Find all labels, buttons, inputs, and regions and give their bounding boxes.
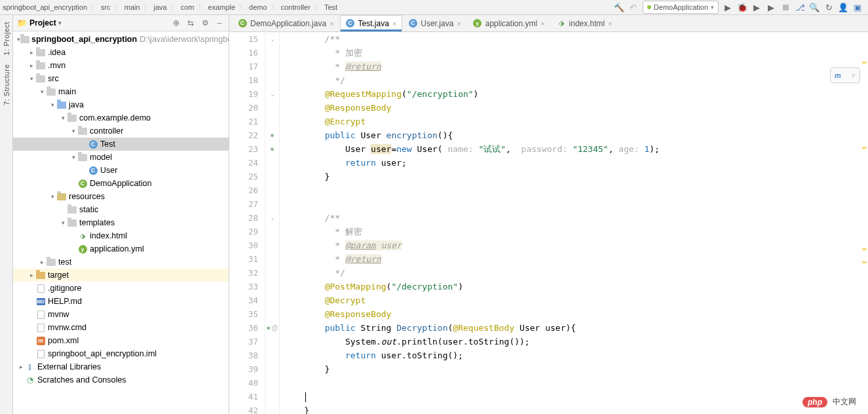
tree-node-templates[interactable]: ▾templates [13, 216, 229, 229]
sync-icon[interactable]: ↻ [823, 2, 834, 12]
tab-test[interactable]: C Test.java × [340, 15, 403, 31]
tree-node-mvnw[interactable]: mvnw [13, 308, 229, 321]
editor-body[interactable]: 1516171819202122232425262728293031323334… [229, 32, 868, 414]
close-icon[interactable]: × [540, 20, 544, 28]
tree-node-user-class[interactable]: CUser [13, 164, 229, 177]
class-icon: C [408, 19, 417, 28]
tree-node-external-libraries[interactable]: ▸⫿External Libraries [13, 360, 229, 373]
editor-tabs: C DemoApplication.java × C Test.java × C… [229, 15, 868, 32]
tree-node-java[interactable]: ▾java [13, 98, 229, 111]
tree-node-iml[interactable]: springboot_api_encryption.iml [13, 347, 229, 360]
project-sidebar-header: 📁 Project ▾ ⊕ ⇆ ⚙ – [13, 15, 229, 31]
tab-index-html[interactable]: ⬗ index.html × [551, 15, 618, 31]
search-icon[interactable]: 🔍 [809, 2, 820, 12]
tree-node-demoapp-class[interactable]: CDemoApplication [13, 177, 229, 190]
error-stripe[interactable] [861, 32, 868, 414]
build-icon[interactable]: 🔨 [614, 2, 624, 12]
inspection-chip[interactable]: m × [830, 67, 860, 83]
tree-node-index-html[interactable]: ⬗index.html [13, 229, 229, 242]
run-config-label: DemoApplication [654, 3, 708, 11]
tree-node-model[interactable]: ▾model [13, 151, 229, 164]
maven-icon: m [835, 71, 841, 79]
tree-node-scratches[interactable]: ◔Scratches and Consoles [13, 373, 229, 386]
profile-run-icon[interactable]: ▶ [766, 2, 776, 12]
tree-node-src[interactable]: ▾src [13, 72, 229, 85]
tree-node-application-yml[interactable]: yapplication.yml [13, 242, 229, 255]
navigation-bar: springboot_api_encryption〉 src〉 main〉 ja… [0, 0, 868, 15]
more-icon[interactable]: ▣ [852, 2, 863, 12]
tab-user[interactable]: C User.java × [402, 15, 466, 31]
run-icon[interactable]: ▶ [723, 2, 733, 12]
tree-node-controller[interactable]: ▾controller [13, 124, 229, 138]
tree-node-main[interactable]: ▾main [13, 85, 229, 98]
breadcrumb[interactable]: springboot_api_encryption〉 src〉 main〉 ja… [0, 3, 614, 12]
close-icon[interactable]: × [457, 20, 461, 28]
close-icon[interactable]: × [852, 71, 856, 79]
tree-node-target[interactable]: ▸target [13, 269, 229, 282]
gutter-icons[interactable]: ⌄⌄●●⌄●@ [265, 32, 280, 414]
avatar-icon[interactable]: 👤 [838, 2, 848, 12]
close-icon[interactable]: × [608, 20, 612, 28]
toolwindow-tab-project[interactable]: 1: Project [3, 22, 10, 55]
text-caret [305, 392, 306, 402]
chevron-down-icon[interactable]: ▾ [58, 20, 62, 26]
tree-node-test-class[interactable]: CTest [13, 138, 229, 151]
tree-node-idea[interactable]: ▸.idea [13, 46, 229, 59]
sidebar-title[interactable]: Project [29, 18, 56, 28]
tree-node-mvn[interactable]: ▸.mvn [13, 59, 229, 72]
yml-icon: y [473, 19, 482, 28]
tab-application-yml[interactable]: y application.yml × [467, 15, 551, 31]
code-area[interactable]: /** * 加密 * @return */ @RequestMapping("/… [280, 32, 868, 414]
tree-node-gitignore[interactable]: .gitignore [13, 282, 229, 295]
tree-node-help-md[interactable]: MDHELP.md [13, 295, 229, 308]
project-sidebar: 📁 Project ▾ ⊕ ⇆ ⚙ – ▾ springboot_api_enc… [13, 15, 229, 414]
tree-node-mvnw-cmd[interactable]: mvnw.cmd [13, 321, 229, 334]
tree-node-test-dir[interactable]: ▸test [13, 255, 229, 269]
tab-demo-application[interactable]: C DemoApplication.java × [232, 15, 340, 31]
select-opened-file-icon[interactable]: ⊕ [171, 18, 181, 28]
tree-node-static[interactable]: static [13, 203, 229, 216]
tree-root[interactable]: ▾ springboot_api_encryption D:\java\ider… [13, 33, 229, 46]
toolwindow-tab-structure[interactable]: 7: Structure [3, 64, 10, 105]
hide-icon[interactable]: – [214, 18, 225, 28]
tree-node-resources[interactable]: ▾resources [13, 190, 229, 203]
line-number-gutter[interactable]: 1516171819202122232425262728293031323334… [229, 32, 265, 414]
stop-icon[interactable] [780, 2, 791, 12]
html-icon: ⬗ [557, 19, 566, 28]
git-icon[interactable]: ⎇ [795, 2, 805, 12]
coverage-run-icon[interactable]: ▶ [751, 2, 762, 12]
collapse-all-icon[interactable]: ⇆ [185, 18, 196, 28]
project-tree[interactable]: ▾ springboot_api_encryption D:\java\ider… [13, 31, 229, 414]
folder-icon: 📁 [17, 18, 27, 28]
class-icon: C [346, 19, 355, 28]
gear-icon[interactable]: ⚙ [200, 18, 210, 28]
breadcrumb-item[interactable]: springboot_api_encryption [3, 3, 87, 11]
tree-node-package[interactable]: ▾com.example.demo [13, 111, 229, 124]
watermark: php 中文网 [802, 396, 856, 407]
toolwindow-strip-left: 1: Project 7: Structure [0, 15, 13, 414]
debug-icon[interactable]: 🐞 [737, 2, 747, 12]
close-icon[interactable]: × [392, 20, 396, 28]
tree-node-pom[interactable]: mpom.xml [13, 334, 229, 347]
prev-icon[interactable]: ↶ [628, 2, 639, 12]
class-icon: C [238, 19, 247, 28]
close-icon[interactable]: × [330, 20, 333, 28]
run-config-selector[interactable]: DemoApplication ▾ [643, 1, 719, 14]
